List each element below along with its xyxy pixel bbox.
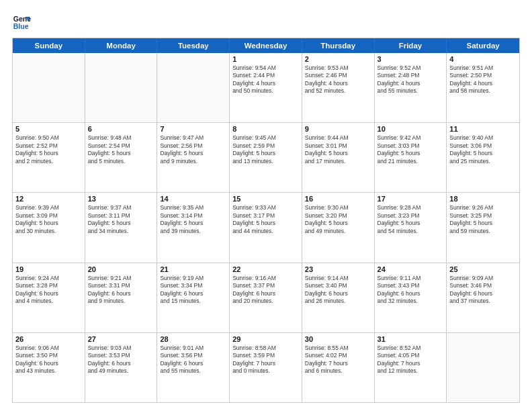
weekday-header: Friday <box>375 38 447 53</box>
day-number: 16 <box>305 195 371 203</box>
cell-text: Sunrise: 9:09 AM Sunset: 3:46 PM Dayligh… <box>449 275 517 306</box>
calendar-cell: 15Sunrise: 9:33 AM Sunset: 3:17 PM Dayli… <box>230 193 302 262</box>
day-number: 18 <box>449 195 517 203</box>
day-number: 23 <box>305 265 371 273</box>
cell-text: Sunrise: 9:52 AM Sunset: 2:48 PM Dayligh… <box>378 64 444 95</box>
cell-text: Sunrise: 9:44 AM Sunset: 3:01 PM Dayligh… <box>305 134 371 165</box>
cell-text: Sunrise: 9:24 AM Sunset: 3:28 PM Dayligh… <box>15 275 82 306</box>
header: General Blue <box>12 12 520 31</box>
cell-text: Sunrise: 9:51 AM Sunset: 2:50 PM Dayligh… <box>449 64 517 95</box>
cell-text: Sunrise: 9:14 AM Sunset: 3:40 PM Dayligh… <box>305 275 371 306</box>
calendar-cell: 28Sunrise: 9:01 AM Sunset: 3:56 PM Dayli… <box>157 333 230 402</box>
calendar-cell: 18Sunrise: 9:26 AM Sunset: 3:25 PM Dayli… <box>447 193 519 262</box>
logo-icon: General Blue <box>12 12 31 31</box>
calendar-row: 26Sunrise: 9:06 AM Sunset: 3:50 PM Dayli… <box>13 333 519 402</box>
cell-text: Sunrise: 9:03 AM Sunset: 3:53 PM Dayligh… <box>88 345 154 375</box>
cell-text: Sunrise: 9:54 AM Sunset: 2:44 PM Dayligh… <box>232 64 299 95</box>
calendar-header: SundayMondayTuesdayWednesdayThursdayFrid… <box>13 38 519 53</box>
day-number: 7 <box>160 125 226 133</box>
calendar-cell: 7Sunrise: 9:47 AM Sunset: 2:56 PM Daylig… <box>157 123 230 192</box>
cell-text: Sunrise: 8:58 AM Sunset: 3:59 PM Dayligh… <box>232 345 299 375</box>
cell-text: Sunrise: 9:06 AM Sunset: 3:50 PM Dayligh… <box>15 345 82 375</box>
weekday-header: Thursday <box>302 38 375 53</box>
weekday-header: Monday <box>85 38 158 53</box>
day-number: 30 <box>305 335 371 343</box>
cell-text: Sunrise: 9:48 AM Sunset: 2:54 PM Dayligh… <box>88 134 154 165</box>
day-number: 13 <box>88 195 154 203</box>
cell-text: Sunrise: 9:21 AM Sunset: 3:31 PM Dayligh… <box>88 275 154 306</box>
cell-text: Sunrise: 9:19 AM Sunset: 3:34 PM Dayligh… <box>160 275 226 306</box>
day-number: 9 <box>305 125 371 133</box>
cell-text: Sunrise: 9:01 AM Sunset: 3:56 PM Dayligh… <box>160 345 226 375</box>
cell-text: Sunrise: 8:52 AM Sunset: 4:05 PM Dayligh… <box>378 345 444 375</box>
cell-text: Sunrise: 9:28 AM Sunset: 3:23 PM Dayligh… <box>378 204 444 235</box>
cell-text: Sunrise: 9:16 AM Sunset: 3:37 PM Dayligh… <box>232 275 299 306</box>
day-number: 24 <box>378 265 444 273</box>
day-number: 21 <box>160 265 226 273</box>
cell-text: Sunrise: 9:39 AM Sunset: 3:09 PM Dayligh… <box>15 204 82 235</box>
day-number: 27 <box>88 335 154 343</box>
calendar-cell: 24Sunrise: 9:11 AM Sunset: 3:43 PM Dayli… <box>375 263 447 332</box>
calendar-row: 12Sunrise: 9:39 AM Sunset: 3:09 PM Dayli… <box>13 193 519 263</box>
day-number: 20 <box>88 265 154 273</box>
calendar-body: 1Sunrise: 9:54 AM Sunset: 2:44 PM Daylig… <box>13 53 519 402</box>
cell-text: Sunrise: 9:33 AM Sunset: 3:17 PM Dayligh… <box>232 204 299 235</box>
day-number: 4 <box>449 55 517 63</box>
calendar-row: 1Sunrise: 9:54 AM Sunset: 2:44 PM Daylig… <box>13 53 519 123</box>
day-number: 26 <box>15 335 82 343</box>
calendar-cell: 31Sunrise: 8:52 AM Sunset: 4:05 PM Dayli… <box>375 333 447 402</box>
weekday-header: Saturday <box>447 38 519 53</box>
calendar-cell: 13Sunrise: 9:37 AM Sunset: 3:11 PM Dayli… <box>85 193 158 262</box>
cell-text: Sunrise: 9:26 AM Sunset: 3:25 PM Dayligh… <box>449 204 517 235</box>
calendar-cell: 12Sunrise: 9:39 AM Sunset: 3:09 PM Dayli… <box>13 193 85 262</box>
calendar-cell: 9Sunrise: 9:44 AM Sunset: 3:01 PM Daylig… <box>302 123 375 192</box>
day-number: 25 <box>449 265 517 273</box>
cell-text: Sunrise: 8:55 AM Sunset: 4:02 PM Dayligh… <box>305 345 371 375</box>
day-number: 12 <box>15 195 82 203</box>
cell-text: Sunrise: 9:30 AM Sunset: 3:20 PM Dayligh… <box>305 204 371 235</box>
calendar-cell <box>85 53 158 122</box>
svg-text:Blue: Blue <box>13 22 29 30</box>
day-number: 11 <box>449 125 517 133</box>
cell-text: Sunrise: 9:35 AM Sunset: 3:14 PM Dayligh… <box>160 204 226 235</box>
calendar-cell: 27Sunrise: 9:03 AM Sunset: 3:53 PM Dayli… <box>85 333 158 402</box>
calendar-cell: 16Sunrise: 9:30 AM Sunset: 3:20 PM Dayli… <box>302 193 375 262</box>
calendar-cell: 17Sunrise: 9:28 AM Sunset: 3:23 PM Dayli… <box>375 193 447 262</box>
day-number: 8 <box>232 125 299 133</box>
day-number: 10 <box>378 125 444 133</box>
calendar-cell: 26Sunrise: 9:06 AM Sunset: 3:50 PM Dayli… <box>13 333 85 402</box>
day-number: 3 <box>378 55 444 63</box>
calendar-cell: 2Sunrise: 9:53 AM Sunset: 2:46 PM Daylig… <box>302 53 375 122</box>
calendar-cell: 11Sunrise: 9:40 AM Sunset: 3:06 PM Dayli… <box>447 123 519 192</box>
day-number: 19 <box>15 265 82 273</box>
cell-text: Sunrise: 9:45 AM Sunset: 2:59 PM Dayligh… <box>232 134 299 165</box>
calendar-cell: 29Sunrise: 8:58 AM Sunset: 3:59 PM Dayli… <box>230 333 302 402</box>
weekday-header: Wednesday <box>230 38 302 53</box>
cell-text: Sunrise: 9:37 AM Sunset: 3:11 PM Dayligh… <box>88 204 154 235</box>
cell-text: Sunrise: 9:50 AM Sunset: 2:52 PM Dayligh… <box>15 134 82 165</box>
calendar-cell: 3Sunrise: 9:52 AM Sunset: 2:48 PM Daylig… <box>375 53 447 122</box>
day-number: 17 <box>378 195 444 203</box>
weekday-header: Sunday <box>13 38 85 53</box>
logo: General Blue <box>12 12 31 31</box>
calendar-row: 5Sunrise: 9:50 AM Sunset: 2:52 PM Daylig… <box>13 123 519 193</box>
calendar-cell: 19Sunrise: 9:24 AM Sunset: 3:28 PM Dayli… <box>13 263 85 332</box>
calendar-cell: 5Sunrise: 9:50 AM Sunset: 2:52 PM Daylig… <box>13 123 85 192</box>
calendar-cell: 8Sunrise: 9:45 AM Sunset: 2:59 PM Daylig… <box>230 123 302 192</box>
calendar-cell: 20Sunrise: 9:21 AM Sunset: 3:31 PM Dayli… <box>85 263 158 332</box>
day-number: 15 <box>232 195 299 203</box>
day-number: 5 <box>15 125 82 133</box>
calendar-cell <box>13 53 85 122</box>
calendar-cell: 25Sunrise: 9:09 AM Sunset: 3:46 PM Dayli… <box>447 263 519 332</box>
calendar-cell: 6Sunrise: 9:48 AM Sunset: 2:54 PM Daylig… <box>85 123 158 192</box>
page: General Blue SundayMondayTuesdayWednesda… <box>0 0 532 411</box>
calendar: SundayMondayTuesdayWednesdayThursdayFrid… <box>12 38 520 403</box>
calendar-cell: 14Sunrise: 9:35 AM Sunset: 3:14 PM Dayli… <box>157 193 230 262</box>
cell-text: Sunrise: 9:42 AM Sunset: 3:03 PM Dayligh… <box>378 134 444 165</box>
calendar-cell <box>157 53 230 122</box>
calendar-cell <box>447 333 519 402</box>
calendar-cell: 30Sunrise: 8:55 AM Sunset: 4:02 PM Dayli… <box>302 333 375 402</box>
day-number: 29 <box>232 335 299 343</box>
calendar-cell: 4Sunrise: 9:51 AM Sunset: 2:50 PM Daylig… <box>447 53 519 122</box>
day-number: 6 <box>88 125 154 133</box>
